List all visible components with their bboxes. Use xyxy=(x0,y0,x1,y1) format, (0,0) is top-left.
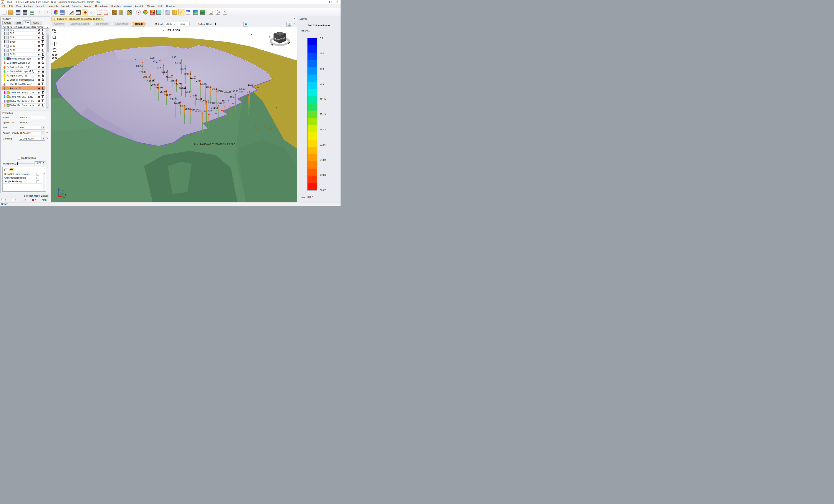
scroll-up-icon[interactable]: ▲ xyxy=(47,30,49,31)
eye-slash-icon[interactable]: Ø xyxy=(37,79,41,81)
fs-plot-button[interactable] xyxy=(149,9,155,16)
trash-icon[interactable] xyxy=(41,87,45,89)
column-chart-button[interactable] xyxy=(171,9,178,16)
spin-down-icon[interactable]: ▼ xyxy=(42,163,45,165)
tree-item[interactable]: Global Min: Bishop - 1.482↑Ø xyxy=(1,91,45,95)
tab-roles[interactable]: Roles xyxy=(14,21,23,25)
eye-slash-icon[interactable]: Ø xyxy=(37,29,41,31)
clear-selection-button[interactable]: × xyxy=(103,9,109,16)
material-layers-button[interactable] xyxy=(111,9,118,16)
scroll-up-icon[interactable]: ▲ xyxy=(43,172,45,174)
eye-slash-icon[interactable]: Ø xyxy=(37,74,41,77)
cube-3d-button[interactable]: ▾ xyxy=(156,9,162,16)
grouping-dropdown[interactable]: Ungrouped▼ xyxy=(19,137,45,140)
trash-icon[interactable] xyxy=(41,53,45,56)
move-up-icon[interactable]: ↑ xyxy=(34,74,37,77)
expand-icon[interactable]: › xyxy=(2,70,4,72)
tab-groups[interactable]: Groups xyxy=(2,21,13,25)
gauge-button[interactable] xyxy=(135,9,141,16)
new-file-button[interactable] xyxy=(1,9,7,16)
move-up-icon[interactable]: ↑ xyxy=(34,104,37,107)
eye-slash-icon[interactable]: Ø xyxy=(37,91,41,94)
scatter-3d-button[interactable]: ▾ xyxy=(185,9,192,16)
option-checkbox[interactable]: ✓ xyxy=(37,177,39,179)
scroll-down-icon[interactable]: ▼ xyxy=(43,189,45,191)
tree-item[interactable]: ›Bottom Surface 2_27↑Ø xyxy=(1,65,45,69)
eye-slash-icon[interactable]: Ø xyxy=(37,40,41,43)
bar-chart-button[interactable] xyxy=(207,9,214,16)
tree-item[interactable]: ›▲Bottom Surface 2_26↑Ø xyxy=(1,61,45,65)
eye-slash-icon[interactable]: Ø xyxy=(37,49,41,51)
move-up-icon[interactable]: ↑ xyxy=(34,45,37,47)
chevron-down-icon[interactable]: ▼ xyxy=(190,22,193,26)
menu-analysis[interactable]: Analysis xyxy=(23,4,34,8)
surface-offset-thumb[interactable] xyxy=(215,23,216,25)
menu-developer[interactable]: Developer xyxy=(164,4,178,8)
eye-icon[interactable]: ◉ xyxy=(37,100,41,103)
close-tab-icon[interactable]: × xyxy=(102,18,103,20)
move-up-icon[interactable]: ↑ xyxy=(34,49,37,51)
expand-icon[interactable]: › xyxy=(2,74,4,77)
tree-item[interactable]: Global Min: Janbu - 1.359↑◉ xyxy=(1,99,45,103)
lock-icon[interactable] xyxy=(41,66,45,68)
chevron-down-icon[interactable]: ▾ xyxy=(42,11,43,13)
workflow-slip-surfaces[interactable]: Slip Surfaces xyxy=(92,22,112,26)
project-settings-button[interactable] xyxy=(68,9,74,16)
interpret-bolt-forces-button[interactable]: ↙▾ xyxy=(178,9,185,16)
transparency-value[interactable]: 0 % xyxy=(35,161,42,165)
eye-slash-icon[interactable]: Ø xyxy=(37,95,41,98)
trash-icon[interactable] xyxy=(41,95,45,98)
menu-support[interactable]: Support xyxy=(59,4,70,8)
tree-item[interactable]: BH11↑Ø xyxy=(1,44,45,48)
open-file-button[interactable]: ▾ xyxy=(8,9,14,16)
terrain-cube-button[interactable] xyxy=(199,9,206,16)
trash-icon[interactable] xyxy=(41,32,45,35)
menu-geometry[interactable]: Geometry xyxy=(34,4,47,8)
move-up-icon[interactable]: ↑ xyxy=(34,57,37,60)
menu-groundwater[interactable]: Groundwater xyxy=(94,4,110,8)
move-up-icon[interactable]: ↑ xyxy=(34,83,37,85)
expand-icon[interactable]: › xyxy=(2,66,4,68)
applied-property-dropdown[interactable]: Anchor 1▼ xyxy=(19,131,45,135)
scrollbar-thumb[interactable] xyxy=(47,35,49,52)
tree-item[interactable]: BH8↑Ø xyxy=(1,31,45,36)
tree-item[interactable]: BH9↑Ø xyxy=(1,36,45,40)
move-up-icon[interactable]: ↑ xyxy=(34,40,37,43)
save-button[interactable] xyxy=(15,9,21,16)
trash-icon[interactable] xyxy=(41,104,45,106)
chevron-down-icon[interactable]: ▼ xyxy=(42,137,45,140)
wireframe-cube-button[interactable]: ◇▾ xyxy=(89,9,95,16)
trash-icon[interactable] xyxy=(41,41,45,43)
menu-help[interactable]: Help xyxy=(157,4,164,8)
zoom-button[interactable] xyxy=(52,35,57,40)
chevron-down-icon[interactable]: ▾ xyxy=(13,11,14,13)
compute-button[interactable] xyxy=(75,9,82,16)
menu-interpret[interactable]: Interpret xyxy=(122,4,134,8)
eye-slash-icon[interactable]: Ø xyxy=(37,57,41,60)
eye-icon[interactable]: ◉ xyxy=(37,83,41,86)
document-tab[interactable]: ◆ Full 3D v.1- with support-one surface-… xyxy=(51,17,104,21)
menu-surfaces[interactable]: Surfaces xyxy=(70,4,82,8)
eye-icon[interactable]: ◉ xyxy=(37,87,41,90)
tree-item[interactable]: BH10↑Ø xyxy=(1,40,45,44)
view-model-button[interactable]: ▾ xyxy=(118,9,125,16)
workflow-geometry[interactable]: Geometry xyxy=(52,22,67,26)
contour-map-button[interactable] xyxy=(192,9,199,16)
3d-scene-canvas[interactable]: FS: 1.359 At X: 440434.49, Y:202422.13, … xyxy=(51,27,297,202)
tree-item[interactable]: BH12↑Ø xyxy=(1,48,45,52)
curve-chart-button[interactable]: ∿ xyxy=(221,9,228,16)
tree-item[interactable]: ›User Defined Surface 1↑◉ xyxy=(1,82,45,86)
tree-item[interactable]: ›▲Intermediate Layer #1 2_28↑Ø xyxy=(1,69,45,74)
color-wheel-button[interactable] xyxy=(52,9,59,16)
navigation-cube[interactable]: TOP FRONT RIGHT S E W xyxy=(269,30,291,48)
redo-button[interactable]: ↷▾ xyxy=(44,9,51,16)
expand-icon[interactable]: › xyxy=(2,58,4,60)
move-up-icon[interactable]: ↑ xyxy=(34,29,37,31)
move-up-icon[interactable]: ↑ xyxy=(34,100,37,102)
move-up-icon[interactable]: ↑ xyxy=(34,53,37,56)
move-up-icon[interactable]: ↑ xyxy=(34,70,37,73)
tree-item[interactable]: ›Top Surface 2_31↑Ø xyxy=(1,74,45,78)
scatter-chart-button[interactable] xyxy=(215,9,221,16)
trash-icon[interactable] xyxy=(41,49,45,51)
tree-item[interactable]: ›▲union w/ Intermediate Layer #↑Ø xyxy=(1,78,45,82)
